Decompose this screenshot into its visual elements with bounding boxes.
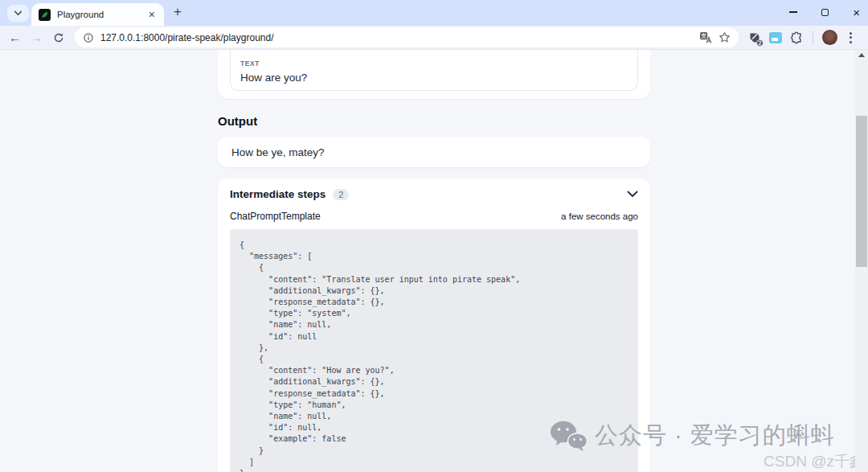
langserve-parrot-favicon — [39, 9, 51, 21]
step-meta-row: ChatPromptTemplate a few seconds ago — [230, 211, 638, 222]
three-dots-glyph — [850, 32, 852, 43]
step-output-code[interactable]: { "messages": [ { "content": "Translate … — [230, 229, 638, 472]
bookmark-star-icon[interactable] — [719, 31, 731, 43]
chevron-down-icon — [14, 10, 23, 16]
browser-menu-icon[interactable] — [841, 28, 860, 47]
close-window-icon[interactable]: × — [853, 6, 860, 18]
extension-badge-count: 2 — [756, 39, 764, 47]
scrollbar-thumb[interactable] — [856, 116, 867, 267]
browser-window: Playground × + × ← → — [0, 0, 868, 472]
text-input-box[interactable]: TEXT How are you? — [230, 50, 638, 91]
collapse-chevron-icon[interactable] — [627, 191, 638, 198]
blue-extension-glyph — [769, 32, 782, 43]
tab-close-icon[interactable]: × — [147, 9, 157, 20]
steps-count-badge: 2 — [333, 189, 349, 200]
playground-content: TEXT How are you? Output How be ye, mate… — [218, 50, 650, 472]
new-tab-button[interactable]: + — [174, 5, 182, 18]
profile-avatar[interactable] — [820, 28, 839, 47]
extensions-puzzle-icon[interactable] — [787, 28, 806, 47]
tab-strip: Playground × + × — [0, 0, 868, 26]
tab-title: Playground — [57, 10, 141, 19]
browser-toolbar: ← → 127.0.0.1:8000/pirate-speak/playgrou… — [0, 26, 868, 50]
text-field-value[interactable]: How are you? — [240, 72, 628, 84]
page-scrollbar[interactable] — [855, 50, 868, 472]
toolbar-divider — [813, 31, 813, 44]
tab-playground[interactable]: Playground × — [31, 3, 164, 26]
site-info-icon[interactable] — [83, 32, 94, 43]
text-field-label: TEXT — [240, 60, 628, 68]
csdn-watermark-text: CSDN @z千鑫 — [764, 451, 865, 472]
intermediate-steps-header[interactable]: Intermediate steps 2 — [230, 188, 638, 200]
address-bar[interactable]: 127.0.0.1:8000/pirate-speak/playground/ — [75, 27, 739, 47]
translate-icon[interactable] — [699, 31, 712, 44]
step-name: ChatPromptTemplate — [230, 211, 321, 222]
capture-extension-icon[interactable] — [766, 28, 785, 47]
output-heading: Output — [218, 114, 650, 128]
avatar-image — [822, 30, 837, 45]
window-controls: × — [789, 0, 860, 24]
output-value: How be ye, matey? — [231, 146, 325, 158]
reload-icon — [53, 32, 64, 43]
minimize-icon[interactable] — [789, 11, 797, 12]
forward-button[interactable]: → — [27, 28, 47, 47]
intermediate-steps-title: Intermediate steps — [230, 188, 326, 200]
tab-search-button[interactable] — [7, 5, 29, 22]
maximize-icon[interactable] — [821, 9, 829, 16]
output-card: How be ye, matey? — [218, 137, 650, 167]
back-button[interactable]: ← — [5, 28, 25, 47]
step-timestamp: a few seconds ago — [561, 211, 638, 221]
extension-shortcut-icon[interactable]: 2 — [745, 28, 764, 47]
playground-page: TEXT How are you? Output How be ye, mate… — [0, 50, 868, 472]
input-card: TEXT How are you? — [218, 50, 650, 99]
url-text[interactable]: 127.0.0.1:8000/pirate-speak/playground/ — [100, 32, 693, 43]
intermediate-steps-card: Intermediate steps 2 ChatPromptTemplate … — [218, 179, 650, 472]
reload-button[interactable] — [48, 28, 68, 47]
scrollbar-up-arrow-icon[interactable] — [858, 53, 865, 57]
